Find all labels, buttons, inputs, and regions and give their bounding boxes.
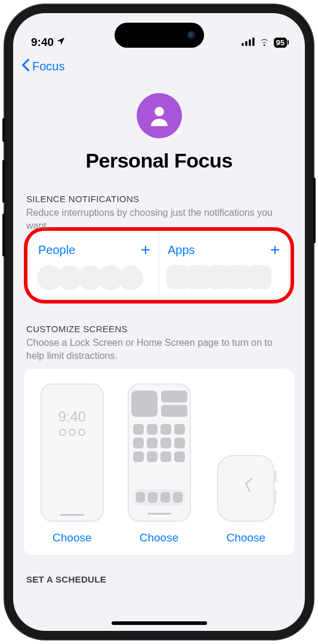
people-avatars-placeholder [38,265,150,290]
power-button [313,178,316,243]
customize-section-subtitle: Choose a Lock Screen or Home Screen page… [24,336,294,362]
wifi-icon [258,36,270,49]
person-icon [137,93,182,138]
watch-column: Choose [203,383,288,544]
page-title: Personal Focus [24,149,294,172]
status-time: 9:40 [31,36,54,49]
plus-icon: + [141,242,150,258]
dynamic-island [115,23,204,48]
phone-frame: 9:40 [5,5,313,639]
schedule-section-label: SET A SCHEDULE [24,574,294,584]
battery-level: 95 [276,39,285,47]
home-indicator[interactable] [112,621,207,625]
cellular-icon [242,36,255,49]
svg-rect-1 [245,41,248,46]
customize-screens-card: 9:40 Choose [24,369,294,555]
screen: 9:40 [13,13,305,631]
lock-screen-column: 9:40 Choose [30,383,115,544]
volume-down-button [2,213,5,256]
svg-rect-3 [252,38,255,46]
nav-bar: Focus [13,52,305,76]
chevron-left-icon [21,58,30,74]
watch-hands-icon [233,470,259,501]
plus-icon: + [270,242,280,258]
lock-screen-widgets [59,429,85,436]
home-screen-column: Choose [117,383,202,544]
choose-lock-screen-button[interactable]: Choose [53,531,92,544]
hero: Personal Focus [24,76,294,194]
people-label: People [38,243,75,257]
notification-filters-card: People + Apps [30,233,288,298]
people-filter-button[interactable]: People + [30,233,159,298]
customize-section-label: CUSTOMIZE SCREENS [24,324,294,334]
home-screen-preview [128,383,191,522]
apps-label: Apps [168,243,195,257]
volume-up-button [2,160,5,203]
location-icon [56,36,66,49]
watch-face-preview [217,455,274,522]
app-placeholder [248,265,271,289]
avatar-placeholder [118,265,143,290]
silence-section-label: SILENCE NOTIFICATIONS [24,194,294,204]
apps-placeholder [168,265,280,289]
back-button[interactable]: Focus [21,58,64,74]
choose-home-screen-button[interactable]: Choose [140,531,179,544]
back-label: Focus [32,60,64,73]
lock-screen-preview: 9:40 [41,383,104,522]
svg-rect-0 [242,43,244,46]
apps-filter-button[interactable]: Apps + [159,233,288,298]
svg-point-4 [155,107,164,116]
choose-watch-face-button[interactable]: Choose [226,531,265,544]
svg-rect-2 [249,39,251,46]
svg-line-5 [246,479,252,484]
svg-line-6 [246,484,250,491]
lock-screen-time: 9:40 [58,408,86,425]
highlight-annotation: People + Apps [24,227,294,304]
content-area: Personal Focus SILENCE NOTIFICATIONS Red… [13,76,305,584]
battery-indicator: 95 [274,38,287,48]
side-button [2,118,5,142]
front-camera [187,31,196,39]
